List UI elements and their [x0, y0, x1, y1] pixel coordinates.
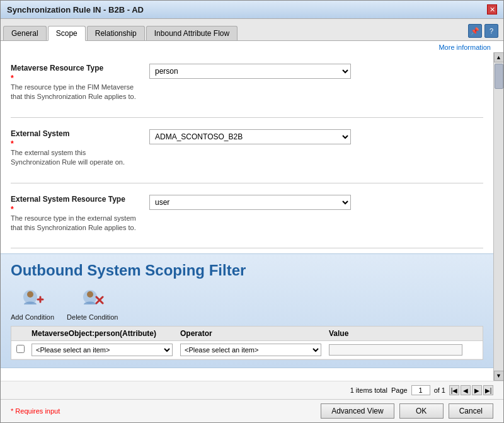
requires-input-label: * Requires input	[11, 407, 60, 415]
header-check	[16, 329, 32, 338]
external-system-row: External System * The external system th…	[11, 124, 483, 177]
content-area: More information Metaverse Resource Type…	[1, 41, 503, 422]
of-label: of 1	[434, 386, 445, 394]
ok-button[interactable]: OK	[399, 403, 444, 419]
external-resource-label: External System Resource Type	[11, 195, 149, 204]
scroll-thumb[interactable]	[495, 64, 503, 89]
title-bar: Synchronization Rule IN - B2B - AD ✕	[1, 1, 503, 19]
cancel-button[interactable]: Cancel	[449, 403, 493, 419]
row-checkbox[interactable]	[16, 345, 25, 353]
row-check[interactable]	[16, 345, 32, 355]
add-condition-button[interactable]: Add Condition	[11, 287, 54, 321]
filter-toolbar: Add Condition	[11, 284, 483, 326]
metaverse-resource-desc: The resource type in the FIM Metaverse t…	[11, 83, 137, 102]
page-label: Page	[391, 386, 408, 394]
filter-table-header: MetaverseObject:person(Attribute) Operat…	[11, 327, 483, 341]
external-resource-input: user	[149, 195, 483, 210]
pagination-bar: 1 items total Page of 1 |◀ ◀ ▶ ▶|	[1, 381, 503, 399]
add-condition-label: Add Condition	[11, 313, 54, 321]
operator-select[interactable]: <Please select an item>	[180, 344, 321, 356]
tab-scope[interactable]: Scope	[48, 26, 86, 41]
main-window: Synchronization Rule IN - B2B - AD ✕ Gen…	[0, 0, 504, 423]
delete-condition-label: Delete Condition	[67, 313, 118, 321]
metaverse-resource-label: Metaverse Resource Type	[11, 64, 149, 72]
external-resource-desc: The resource type in the external system…	[11, 214, 137, 233]
scroll-up-button[interactable]: ▲	[494, 52, 504, 62]
external-system-input: ADMA_SCONTOSO_B2B	[149, 129, 483, 144]
external-system-section: External System * The external system th…	[11, 118, 483, 183]
metaverse-resource-label-area: Metaverse Resource Type * The resource t…	[11, 64, 149, 106]
scrollbar: ▲ ▼	[493, 52, 503, 381]
external-system-select[interactable]: ADMA_SCONTOSO_B2B	[149, 129, 351, 144]
metaverse-resource-section: Metaverse Resource Type * The resource t…	[11, 52, 483, 118]
scoping-filter-section: Outbound System Scoping Filter	[1, 253, 493, 368]
attribute-select[interactable]: <Please select an item>	[32, 344, 173, 356]
prev-page-button[interactable]: ◀	[461, 385, 471, 395]
table-row: <Please select an item> <Please select a…	[11, 341, 483, 359]
metaverse-resource-row: Metaverse Resource Type * The resource t…	[11, 59, 483, 111]
filter-table: MetaverseObject:person(Attribute) Operat…	[11, 326, 483, 360]
metaverse-resource-select[interactable]: person	[149, 64, 351, 79]
tab-icons: 📌 ?	[463, 21, 503, 40]
add-condition-icon	[20, 287, 45, 312]
external-resource-row: External System Resource Type * The reso…	[11, 190, 483, 242]
more-info-link[interactable]: More information	[1, 41, 503, 52]
external-system-desc: The external system this Synchronization…	[11, 148, 137, 168]
tab-relationship[interactable]: Relationship	[87, 26, 145, 40]
delete-condition-button[interactable]: Delete Condition	[67, 287, 118, 321]
metaverse-resource-input: person	[149, 64, 483, 79]
external-system-required: *	[11, 139, 14, 148]
total-items: 1 items total	[350, 386, 387, 394]
external-system-label-area: External System * The external system th…	[11, 129, 149, 171]
scoping-filter-title: Outbound System Scoping Filter	[11, 262, 483, 279]
spacer	[1, 368, 493, 381]
row-attribute: <Please select an item>	[32, 344, 180, 356]
footer: * Requires input Advanced View OK Cancel	[1, 399, 503, 422]
help-icon[interactable]: ?	[484, 24, 498, 38]
header-attribute: MetaverseObject:person(Attribute)	[32, 329, 180, 338]
form-fields: Metaverse Resource Type * The resource t…	[1, 52, 493, 253]
svg-point-3	[87, 291, 93, 298]
scroll-down-button[interactable]: ▼	[494, 371, 504, 381]
page-navigation: |◀ ◀ ▶ ▶|	[449, 385, 493, 395]
metaverse-resource-required: *	[11, 74, 14, 83]
last-page-button[interactable]: ▶|	[483, 385, 493, 395]
external-resource-select[interactable]: user	[149, 195, 351, 210]
header-operator: Operator	[180, 329, 329, 338]
external-resource-section: External System Resource Type * The reso…	[11, 183, 483, 249]
header-value: Value	[329, 329, 478, 338]
page-input[interactable]	[411, 385, 430, 395]
external-resource-required: *	[11, 205, 14, 214]
first-page-button[interactable]: |◀	[449, 385, 459, 395]
close-button[interactable]: ✕	[487, 4, 497, 14]
next-page-button[interactable]: ▶	[472, 385, 482, 395]
bookmark-icon[interactable]: 📌	[468, 24, 482, 38]
row-value	[329, 344, 478, 356]
delete-condition-icon	[80, 287, 105, 312]
window-title: Synchronization Rule IN - B2B - AD	[7, 5, 144, 14]
value-input[interactable]	[329, 344, 462, 356]
main-scroll: Metaverse Resource Type * The resource t…	[1, 52, 493, 381]
tab-inbound[interactable]: Inbound Attribute Flow	[146, 26, 238, 40]
tab-general[interactable]: General	[3, 26, 47, 40]
svg-point-1	[27, 291, 33, 298]
advanced-view-button[interactable]: Advanced View	[321, 403, 394, 419]
tab-bar: General Scope Relationship Inbound Attri…	[1, 19, 503, 41]
row-operator: <Please select an item>	[180, 344, 329, 356]
external-resource-label-area: External System Resource Type * The reso…	[11, 195, 149, 237]
content-with-scroll: Metaverse Resource Type * The resource t…	[1, 52, 503, 381]
footer-buttons: Advanced View OK Cancel	[321, 403, 493, 419]
external-system-label: External System	[11, 129, 149, 138]
